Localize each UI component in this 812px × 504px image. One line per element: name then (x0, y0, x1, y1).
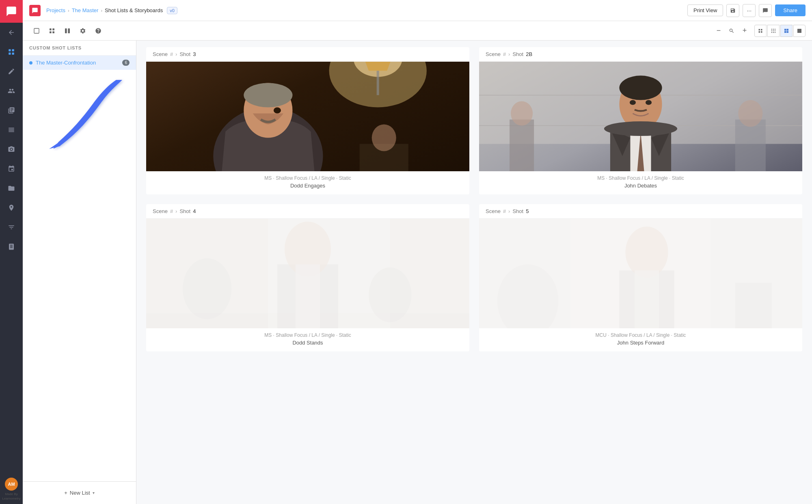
shot-label-4: Shot (179, 208, 190, 214)
sidebar-nav-folder[interactable] (0, 179, 23, 198)
share-button[interactable]: Share (775, 4, 806, 16)
view-mode-medium[interactable] (767, 25, 780, 37)
sidebar-nav-calendar[interactable] (0, 159, 23, 179)
svg-point-39 (244, 83, 292, 107)
comment-icon (762, 8, 768, 13)
svg-rect-3 (12, 53, 14, 55)
svg-rect-21 (775, 30, 775, 31)
shot-list-dot (29, 61, 32, 65)
left-panel-footer: + New List ▾ (23, 481, 136, 504)
zoom-controls: − + (713, 25, 750, 37)
more-icon-btn[interactable]: ··· (743, 4, 756, 17)
view-mode-full[interactable] (793, 25, 806, 37)
shot-desc-5: John Steps Forward (486, 340, 796, 346)
new-list-label: New List (70, 490, 90, 496)
sidebar-nav-strips[interactable] (0, 120, 23, 140)
svg-rect-26 (787, 29, 789, 31)
help-icon (95, 28, 102, 34)
sidebar-nav-edit[interactable] (0, 62, 23, 81)
sidebar-nav-book[interactable] (0, 237, 23, 256)
medium-grid-icon (771, 28, 776, 33)
shot-sep-2b: › (508, 51, 510, 57)
save-icon-btn[interactable] (726, 4, 739, 17)
left-panel-header: Custom Shot Lists (23, 41, 136, 56)
svg-rect-12 (759, 29, 760, 30)
breadcrumb-sep-1: › (68, 8, 69, 13)
shot-header-2b: Scene # › Shot 2B (479, 47, 802, 62)
plus-icon: + (64, 490, 67, 496)
app-logo[interactable] (0, 0, 23, 23)
shot-header-5: Scene # › Shot 5 (479, 204, 802, 219)
breadcrumb-projects[interactable]: Projects (46, 7, 65, 13)
svg-rect-76 (735, 283, 772, 328)
scene-label-4: Scene (153, 208, 168, 214)
main-wrapper: Projects › The Master › Shot Lists & Sto… (23, 0, 812, 504)
svg-rect-14 (759, 31, 760, 33)
svg-rect-18 (775, 29, 775, 30)
shot-card-2b: Scene # › Shot 2B (479, 47, 802, 194)
shot-tech-4: MS · Shallow Focus / LA / Single · Stati… (153, 332, 463, 338)
sidebar-nav-people[interactable] (0, 81, 23, 101)
new-list-button[interactable]: + New List ▾ (58, 487, 101, 499)
svg-rect-66 (296, 264, 320, 328)
breadcrumb-sep-2: › (101, 8, 102, 13)
shot-tech-3: MS · Shallow Focus / LA / Single · Stati… (153, 175, 463, 181)
toolbar-settings-icon[interactable] (76, 24, 90, 38)
shot-list-item[interactable]: The Master-Confrontation 6 (23, 56, 136, 70)
sidebar-nav-location[interactable] (0, 198, 23, 218)
shot-card-4: Scene # › Shot 4 (146, 204, 469, 351)
scene-label-5: Scene (486, 208, 501, 214)
avatar[interactable]: AM (5, 478, 18, 491)
left-panel: Custom Shot Lists The Master-Confrontati… (23, 41, 136, 504)
shot-tech-5: MCU · Shallow Focus / LA / Single · Stat… (486, 332, 796, 338)
shot-image-4[interactable] (146, 219, 469, 328)
toolbar-panel-icon[interactable] (60, 24, 75, 38)
shot-number-2b: 2B (526, 51, 532, 57)
svg-rect-15 (761, 31, 762, 33)
svg-rect-22 (771, 32, 772, 33)
toolbar-grid-icon[interactable] (45, 24, 59, 38)
sidebar-nav-filter[interactable] (0, 218, 23, 237)
svg-point-58 (630, 100, 636, 105)
toolbar-frame-icon[interactable] (29, 24, 44, 38)
print-view-button[interactable]: Print View (687, 4, 723, 16)
shot-image-2b[interactable] (479, 62, 802, 171)
shot-image-5[interactable] (479, 219, 802, 328)
shot-desc-2b: John Debates (486, 183, 796, 189)
sidebar-nav-back[interactable] (0, 23, 23, 42)
svg-rect-10 (65, 28, 67, 33)
shot-number-3: 3 (193, 51, 196, 57)
sidebar-nav-shots[interactable] (0, 140, 23, 159)
toolbar-help-icon[interactable] (91, 24, 106, 38)
shot-meta-3: MS · Shallow Focus / LA / Single · Stati… (146, 171, 469, 194)
blue-arrow-annotation (47, 78, 136, 151)
svg-rect-17 (773, 29, 774, 30)
svg-point-40 (274, 107, 281, 113)
svg-rect-25 (784, 29, 786, 31)
sidebar-nav-home[interactable] (0, 42, 23, 62)
zoom-in-button[interactable]: + (739, 25, 750, 37)
shot-label-3: Shot (179, 51, 190, 57)
svg-rect-27 (784, 31, 786, 33)
breadcrumb-project-name[interactable]: The Master (72, 7, 99, 13)
film-still-5 (479, 219, 802, 328)
shot-meta-2b: MS · Shallow Focus / LA / Single · Stati… (479, 171, 802, 194)
shot-number-5: 5 (526, 208, 529, 214)
scene-num-4: # (170, 208, 173, 214)
list-view-icon (758, 28, 763, 33)
comment-icon-btn[interactable] (759, 4, 772, 17)
view-mode-list[interactable] (754, 25, 767, 37)
zoom-fit-icon (729, 28, 734, 34)
version-badge[interactable]: v0 (167, 7, 177, 14)
film-still-2b (479, 62, 802, 171)
made-by: Made ByLearnometry (2, 492, 21, 501)
content-area: Custom Shot Lists The Master-Confrontati… (23, 41, 812, 504)
zoom-out-button[interactable]: − (713, 25, 724, 37)
view-mode-large[interactable] (780, 25, 793, 37)
frame-icon (33, 28, 40, 34)
shot-image-3[interactable] (146, 62, 469, 171)
sidebar-nav-boards[interactable] (0, 101, 23, 120)
svg-rect-29 (797, 29, 801, 33)
shot-header-4: Scene # › Shot 4 (146, 204, 469, 219)
zoom-fit-button[interactable] (726, 25, 737, 37)
